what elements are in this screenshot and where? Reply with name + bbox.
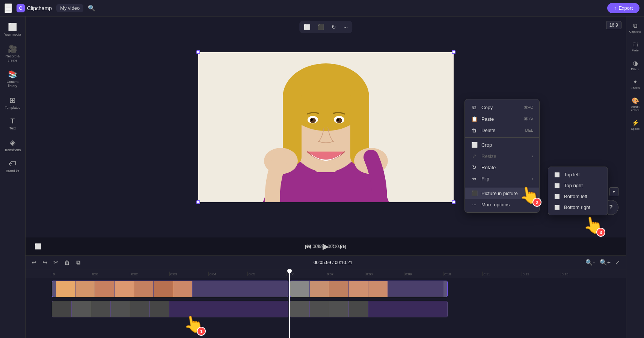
right-sidebar-captions[interactable]: ⧉ Captions	[627, 20, 644, 36]
svg-point-9	[310, 118, 316, 123]
timeline-content: 0 0:01 0:02 0:03 0:04 0:05 0:06 0:07 0:0…	[26, 269, 626, 338]
cursor-hand-3: 👆	[581, 214, 605, 237]
zoom-in-button[interactable]: 🔍+	[598, 258, 612, 267]
secondary-clip-2-frames	[290, 301, 447, 317]
context-menu-crop[interactable]: ⬜ Crop	[465, 139, 539, 150]
more-preview-button[interactable]: ···	[341, 23, 351, 32]
ruler-mark-8: 0:08	[365, 272, 404, 276]
crop-preview-button[interactable]: ⬜	[301, 23, 313, 32]
export-button[interactable]: ↑ Export	[607, 3, 639, 13]
context-menu-paste[interactable]: 📋 Paste ⌘+V	[465, 113, 539, 125]
undo-button[interactable]: ↩	[30, 258, 38, 267]
context-menu-rotate[interactable]: ↻ Rotate	[465, 162, 539, 173]
sec-frame-r-fill	[368, 301, 447, 317]
pip-preview-button[interactable]: ⬛	[315, 23, 327, 32]
context-menu: ⧉ Copy ⌘+C 📋 Paste ⌘+V 🗑 Delete DEL ⬜	[465, 99, 540, 213]
adjust-colors-label: Adjust colors	[629, 105, 642, 112]
sidebar-item-label-content-library: Content library	[3, 80, 23, 88]
context-menu-delete[interactable]: 🗑 Delete DEL	[465, 125, 539, 136]
fit-timeline-button[interactable]: ⤢	[614, 258, 621, 267]
redo-button[interactable]: ↪	[41, 258, 49, 267]
resize-handle-bottom-right[interactable]	[452, 200, 455, 204]
sec-frame-2	[72, 301, 91, 317]
resize-handle-top-right[interactable]	[452, 50, 455, 54]
clip-frame-7	[173, 281, 193, 297]
hamburger-button[interactable]: ☰	[5, 3, 12, 13]
sidebar-item-label-templates: Templates	[5, 106, 20, 110]
sidebar-item-brand-kit[interactable]: 🏷 Brand kit	[1, 156, 24, 176]
search-icon[interactable]: 🔍	[88, 5, 95, 12]
more-icon: ···	[471, 201, 478, 207]
delete-clip-button[interactable]: 🗑	[63, 258, 72, 267]
delete-label: Delete	[481, 128, 496, 133]
resize-submenu-arrow: ›	[532, 154, 533, 158]
pip-bottom-left[interactable]: ⬜ Bottom left	[548, 191, 608, 202]
main-clip-left[interactable]	[52, 281, 288, 297]
resize-handle-top-left[interactable]	[196, 50, 200, 54]
resize-icon: ⤢	[471, 153, 478, 159]
flip-icon: ⇔	[471, 176, 478, 182]
pip-top-right[interactable]: ⬜ Top right	[548, 180, 608, 191]
timeline-area: ↩ ↪ ✂ 🗑 ⧉ 00:05.99 / 00:10.21 🔍- 🔍+ ⤢	[26, 255, 626, 338]
sidebar-item-record-create[interactable]: 🎥 Record & create	[1, 41, 24, 66]
app-name: Clipchamp	[27, 5, 52, 11]
secondary-clip-1[interactable]	[52, 301, 288, 317]
main-clip-right[interactable]	[290, 281, 448, 297]
sidebar-item-content-library[interactable]: 📚 Content library	[1, 67, 24, 91]
ruler-mark-13: 0:13	[561, 272, 600, 276]
right-sidebar-effects[interactable]: ✦ Effects	[627, 75, 644, 93]
zoom-out-button[interactable]: 🔍-	[584, 258, 596, 267]
pip-bottom-left-label: Bottom left	[564, 194, 587, 199]
cursor-3: 👆 3	[583, 215, 603, 235]
pip-bottom-right[interactable]: ⬜ Bottom right	[548, 202, 608, 213]
panel-toggle[interactable]: ▾	[609, 187, 618, 196]
sec-frame-3	[91, 301, 111, 317]
timeline-time-center: 00:05.99 / 00:10.21	[85, 260, 581, 265]
clip-right-handle[interactable]	[443, 281, 447, 297]
resize-label: Resize	[481, 153, 496, 159]
rotate-label: Rotate	[481, 165, 496, 170]
left-sidebar: ⬜ Your media 🎥 Record & create 📚 Content…	[0, 17, 26, 338]
sidebar-item-label-record-create: Record & create	[3, 54, 23, 63]
right-sidebar-filters[interactable]: ◑ Filters	[627, 57, 644, 74]
svg-point-11	[311, 119, 313, 121]
secondary-clip-2[interactable]	[290, 301, 448, 317]
pip-top-left[interactable]: ⬜ Top left	[548, 169, 608, 180]
pip-top-left-icon: ⬜	[554, 172, 560, 177]
clip-frame-5	[134, 281, 154, 297]
duplicate-button[interactable]: ⧉	[75, 258, 82, 267]
video-title[interactable]: My video	[56, 4, 83, 12]
clip-left-handle[interactable]	[52, 281, 56, 297]
right-sidebar-adjust-colors[interactable]: 🎨 Adjust colors	[627, 94, 644, 115]
clip-frame-6	[154, 281, 173, 297]
secondary-clip-1-frames	[52, 301, 288, 317]
paste-icon: 📋	[471, 116, 478, 122]
cursor-number-1: 1	[197, 327, 206, 336]
clip-frame-r5	[368, 281, 388, 297]
context-menu-copy[interactable]: ⧉ Copy ⌘+C	[465, 102, 539, 113]
cut-button[interactable]: ✂	[52, 258, 60, 267]
ruler-mark-9: 0:09	[404, 272, 443, 276]
copy-icon: ⧉	[471, 104, 478, 111]
right-sidebar-fade[interactable]: ⬚ Fade	[627, 38, 644, 55]
right-sidebar-speed[interactable]: ⚡ Speed	[627, 116, 644, 134]
sidebar-item-transitions[interactable]: ◈ Transitions	[1, 135, 24, 155]
rotate-preview-button[interactable]: ↻	[329, 23, 339, 32]
fade-label: Fade	[632, 49, 638, 52]
export-label: Export	[618, 5, 633, 11]
sidebar-item-templates[interactable]: ⊞ Templates	[1, 93, 24, 113]
resize-handle-bottom-left[interactable]	[196, 200, 200, 204]
context-menu-more[interactable]: ··· More options	[465, 199, 539, 210]
sidebar-item-text[interactable]: T Text	[1, 114, 24, 134]
clip-frame-2	[75, 281, 95, 297]
context-menu-pip[interactable]: ⬛ Picture in picture ›	[465, 188, 539, 199]
sidebar-item-your-media[interactable]: ⬜ Your media	[1, 20, 24, 40]
screenshot-button[interactable]: ⬜	[33, 242, 43, 251]
svg-point-12	[337, 119, 339, 121]
sidebar-item-label-text: Text	[9, 126, 16, 131]
sec-frame-4	[111, 301, 130, 317]
clip-frame-r2	[310, 281, 329, 297]
context-menu-flip[interactable]: ⇔ Flip ›	[465, 173, 539, 184]
context-menu-resize[interactable]: ⤢ Resize ›	[465, 150, 539, 162]
playhead[interactable]	[289, 269, 290, 338]
